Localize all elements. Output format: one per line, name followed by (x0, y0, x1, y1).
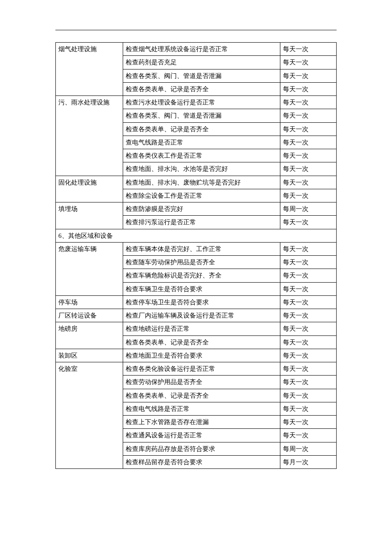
category-cell (56, 282, 123, 295)
table-row: 检查车辆危险标识是否完好、齐全每天一次 (56, 269, 337, 282)
item-cell: 检查各类表单、记录是否齐全 (123, 82, 280, 95)
table-row: 查电气线路是否正常每天一次 (56, 136, 337, 149)
item-cell: 检查上下水管路是否存在泄漏 (123, 416, 280, 429)
category-cell (56, 122, 123, 136)
item-cell: 检查地面、排水沟、废物贮坑等是否完好 (123, 176, 280, 189)
freq-cell: 每天一次 (280, 136, 337, 149)
freq-cell: 每天一次 (280, 162, 337, 176)
freq-cell: 每周一次 (280, 442, 337, 455)
table-row: 检查各类仪表工作是否正常每天一次 (56, 149, 337, 162)
category-cell (56, 389, 123, 402)
category-cell (56, 162, 123, 176)
item-cell: 检查厂内运输车辆及设备运行是否正常 (123, 309, 280, 322)
freq-cell: 每天一次 (280, 376, 337, 389)
freq-cell: 每天一次 (280, 416, 337, 429)
table-row: 检查车辆卫生是否符合要求每天一次 (56, 282, 337, 295)
freq-cell: 每天一次 (280, 335, 337, 349)
item-cell: 检查防渗膜是否完好 (123, 202, 280, 216)
category-cell: 危废运输车辆 (56, 242, 123, 255)
category-cell (56, 442, 123, 455)
top-rule (55, 30, 337, 30)
table-row: 地磅房检查地磅运行是否正常每天一次 (56, 322, 337, 335)
item-cell: 检查随车劳动保护用品是否齐全 (123, 256, 280, 269)
category-cell (56, 256, 123, 269)
category-cell (56, 416, 123, 429)
freq-cell: 每天一次 (280, 96, 337, 109)
table-row: 厂区转运设备检查厂内运输车辆及设备运行是否正常每天一次 (56, 309, 337, 322)
item-cell: 检查地面、排水沟、水池等是否完好 (123, 162, 280, 176)
item-cell: 检查各类表单、记录是否齐全 (123, 389, 280, 402)
category-cell (56, 402, 123, 415)
item-cell: 检查各类表单、记录是否齐全 (123, 122, 280, 136)
table-row: 检查各类泵、阀门、管道是否泄漏每天一次 (56, 69, 337, 82)
item-cell: 查电气线路是否正常 (123, 136, 280, 149)
table-row: 烟气处理设施检查烟气处理系统设备运行是否正常每天一次 (56, 43, 337, 56)
table-row: 检查排污泵运行是否正常每天一次 (56, 216, 337, 229)
table-row: 检查地面、排水沟、水池等是否完好每天一次 (56, 162, 337, 176)
table-row: 固化处理设施检查地面、排水沟、废物贮坑等是否完好每天一次 (56, 176, 337, 189)
freq-cell: 每天一次 (280, 429, 337, 442)
freq-cell: 每天一次 (280, 389, 337, 402)
freq-cell: 每月一次 (280, 455, 337, 468)
freq-cell: 每天一次 (280, 322, 337, 335)
table-row: 化验室检查各类化验设备运行是否正常每天一次 (56, 362, 337, 376)
item-cell: 检查除尘设备工作是否正常 (123, 189, 280, 202)
table-row: 检查劳动保护用品是否齐全每天一次 (56, 376, 337, 389)
freq-cell: 每天一次 (280, 362, 337, 376)
table-row: 检查电气线路是否正常每天一次 (56, 402, 337, 415)
table-row: 检查随车劳动保护用品是否齐全每天一次 (56, 256, 337, 269)
table-row: 污、雨水处理设施检查污水处理设备运行是否正常每天一次 (56, 96, 337, 109)
section-cell: 6、其他区域和设备 (56, 229, 337, 242)
table-row: 装卸区检查地面卫生是否符合要求每天一次 (56, 349, 337, 362)
category-cell: 填埋场 (56, 202, 123, 216)
category-cell: 厂区转运设备 (56, 309, 123, 322)
item-cell: 检查烟气处理系统设备运行是否正常 (123, 43, 280, 56)
freq-cell: 每天一次 (280, 122, 337, 136)
freq-cell: 每天一次 (280, 69, 337, 82)
freq-cell: 每周一次 (280, 202, 337, 216)
category-cell (56, 216, 123, 229)
freq-cell: 每天一次 (280, 149, 337, 162)
category-cell: 装卸区 (56, 349, 123, 362)
table-row: 检查各类表单、记录是否齐全每天一次 (56, 335, 337, 349)
item-cell: 检查劳动保护用品是否齐全 (123, 376, 280, 389)
item-cell: 检查车辆卫生是否符合要求 (123, 282, 280, 295)
item-cell: 检查药剂是否充足 (123, 56, 280, 69)
item-cell: 检查地面卫生是否符合要求 (123, 349, 280, 362)
category-cell: 停车场 (56, 295, 123, 309)
table-row: 检查各类表单、记录是否齐全每天一次 (56, 389, 337, 402)
category-cell (56, 429, 123, 442)
table-row: 检查上下水管路是否存在泄漏每天一次 (56, 416, 337, 429)
category-cell (56, 82, 123, 95)
category-cell (56, 455, 123, 468)
item-cell: 检查停车场卫生是否符合要求 (123, 295, 280, 309)
category-cell (56, 136, 123, 149)
category-cell: 化验室 (56, 362, 123, 376)
category-cell: 烟气处理设施 (56, 43, 123, 56)
freq-cell: 每天一次 (280, 309, 337, 322)
item-cell: 检查通风设备运行是否正常 (123, 429, 280, 442)
page: 烟气处理设施检查烟气处理系统设备运行是否正常每天一次检查药剂是否充足每天一次检查… (0, 0, 392, 555)
item-cell: 检查车辆危险标识是否完好、齐全 (123, 269, 280, 282)
freq-cell: 每天一次 (280, 56, 337, 69)
freq-cell: 每天一次 (280, 242, 337, 255)
item-cell: 检查排污泵运行是否正常 (123, 216, 280, 229)
freq-cell: 每天一次 (280, 109, 337, 122)
section-row: 6、其他区域和设备 (56, 229, 337, 242)
category-cell (56, 149, 123, 162)
table-row: 危废运输车辆检查车辆本体是否完好、工作正常每天一次 (56, 242, 337, 255)
item-cell: 检查各类表单、记录是否齐全 (123, 335, 280, 349)
freq-cell: 每天一次 (280, 349, 337, 362)
category-cell: 固化处理设施 (56, 176, 123, 189)
item-cell: 检查各类泵、阀门、管道是否泄漏 (123, 69, 280, 82)
freq-cell: 每天一次 (280, 82, 337, 95)
category-cell (56, 69, 123, 82)
freq-cell: 每天一次 (280, 402, 337, 415)
table-row: 检查药剂是否充足每天一次 (56, 56, 337, 69)
freq-cell: 每天一次 (280, 269, 337, 282)
category-cell (56, 56, 123, 69)
item-cell: 检查地磅运行是否正常 (123, 322, 280, 335)
item-cell: 检查污水处理设备运行是否正常 (123, 96, 280, 109)
freq-cell: 每天一次 (280, 176, 337, 189)
table-row: 检查除尘设备工作是否正常每天一次 (56, 189, 337, 202)
